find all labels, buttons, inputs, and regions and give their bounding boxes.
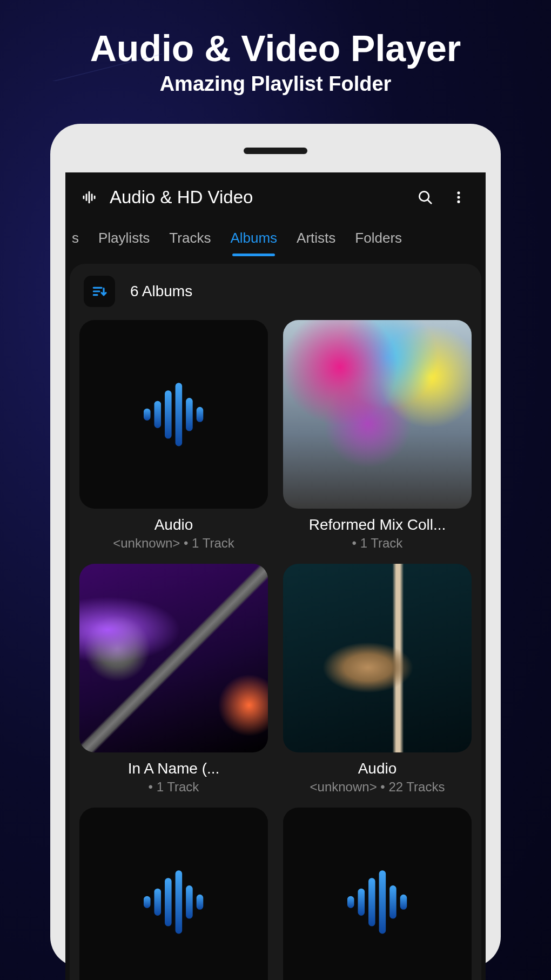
tab-artists[interactable]: Artists [287, 222, 345, 256]
promo-title: Audio & Video Player [0, 0, 551, 69]
svg-rect-30 [144, 896, 151, 908]
svg-rect-39 [379, 870, 386, 934]
svg-rect-27 [175, 383, 182, 446]
album-item[interactable]: Audio <unknown> • 1 Track [79, 320, 268, 551]
svg-point-18 [457, 191, 460, 194]
album-art [283, 808, 472, 980]
tab-tracks[interactable]: Tracks [159, 222, 220, 256]
svg-rect-37 [358, 888, 365, 915]
album-item[interactable]: In A Name (... • 1 Track [79, 564, 268, 795]
app-title: Audio & HD Video [110, 187, 404, 208]
album-art [79, 320, 268, 509]
svg-line-17 [428, 200, 431, 203]
sort-button[interactable] [84, 276, 115, 307]
promo-subtitle: Amazing Playlist Folder [0, 72, 551, 96]
album-subtitle: • 1 Track [149, 779, 199, 795]
app-screen: Audio & HD Video s Playlists Tracks Albu… [65, 172, 486, 980]
svg-rect-34 [186, 885, 193, 918]
svg-rect-29 [196, 407, 203, 422]
phone-frame: Audio & HD Video s Playlists Tracks Albu… [50, 124, 501, 967]
album-subtitle: <unknown> • 22 Tracks [310, 779, 445, 795]
svg-rect-38 [368, 878, 375, 926]
album-item[interactable] [79, 808, 268, 980]
svg-rect-25 [154, 401, 161, 428]
album-title: Reformed Mix Coll... [309, 516, 446, 534]
svg-rect-35 [196, 895, 203, 910]
svg-rect-31 [154, 888, 161, 915]
waveform-icon [136, 864, 212, 940]
svg-rect-41 [400, 895, 407, 910]
search-button[interactable] [413, 185, 437, 209]
svg-rect-13 [89, 191, 90, 204]
album-art [79, 564, 268, 752]
album-item[interactable]: Reformed Mix Coll... • 1 Track [283, 320, 472, 551]
count-row: 6 Albums [79, 276, 472, 320]
waveform-icon [340, 864, 415, 940]
tab-bar: s Playlists Tracks Albums Artists Folder… [65, 222, 486, 256]
svg-rect-12 [86, 194, 88, 201]
svg-rect-24 [144, 408, 151, 420]
album-item[interactable] [283, 808, 472, 980]
svg-point-20 [457, 201, 460, 203]
album-subtitle: <unknown> • 1 Track [113, 536, 234, 551]
svg-rect-15 [94, 196, 96, 199]
album-art [283, 320, 472, 509]
more-button[interactable] [447, 185, 471, 209]
content-panel: 6 Albums [70, 264, 481, 980]
app-logo-icon [80, 188, 100, 207]
svg-rect-14 [91, 194, 93, 201]
album-title: In A Name (... [128, 760, 220, 777]
album-subtitle: • 1 Track [352, 536, 403, 551]
album-art [79, 808, 268, 980]
album-grid: Audio <unknown> • 1 Track Reformed Mix C… [79, 320, 472, 980]
album-art [283, 564, 472, 752]
album-count: 6 Albums [130, 283, 192, 300]
phone-speaker [244, 148, 307, 154]
tab-albums[interactable]: Albums [220, 222, 287, 256]
tab-playlists[interactable]: Playlists [89, 222, 159, 256]
tab-folders[interactable]: Folders [345, 222, 412, 256]
tab-truncated[interactable]: s [72, 222, 89, 256]
app-header: Audio & HD Video [65, 172, 486, 222]
album-title: Audio [154, 516, 193, 534]
svg-rect-32 [165, 878, 172, 926]
svg-rect-40 [389, 885, 397, 918]
svg-rect-11 [83, 196, 85, 199]
waveform-icon [136, 377, 212, 452]
svg-rect-26 [165, 390, 172, 438]
svg-rect-33 [175, 870, 182, 934]
svg-rect-36 [347, 896, 354, 908]
svg-point-19 [457, 196, 460, 198]
album-title: Audio [358, 760, 397, 777]
svg-rect-28 [186, 398, 193, 431]
album-item[interactable]: Audio <unknown> • 22 Tracks [283, 564, 472, 795]
